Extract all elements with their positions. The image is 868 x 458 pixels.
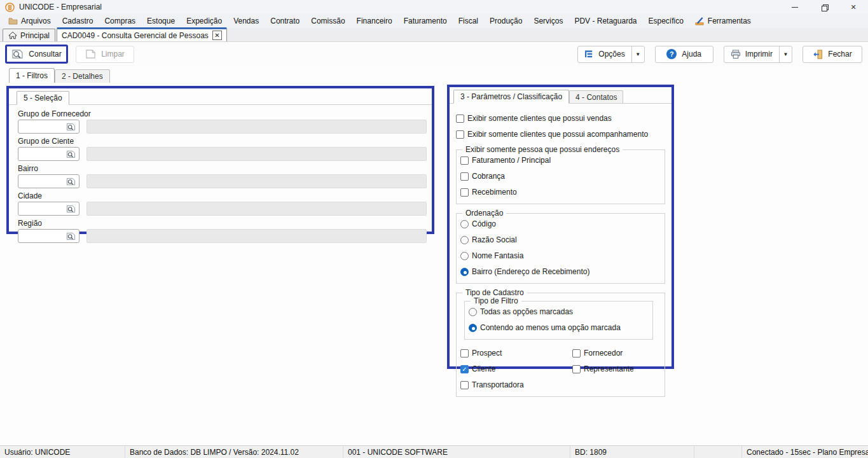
imprimir-split-button: Imprimir ▼ [724, 46, 792, 63]
checkbox-row-faturamento-principal[interactable]: Faturamento / Principal [460, 155, 659, 165]
tab-cad0049-consulta-gerencial[interactable]: CAD0049 - Consulta Gerencial de Pessoas … [57, 27, 227, 41]
menu-fiscal[interactable]: Fiscal [453, 14, 484, 28]
radio-row-nome-fantasia[interactable]: Nome Fantasia [460, 251, 659, 261]
application-window: UNICODE - Empresarial ✕ Arquivos Cadastr… [0, 0, 868, 458]
limpar-button[interactable]: Limpar [76, 46, 134, 63]
menu-compras[interactable]: Compras [99, 14, 141, 28]
opcoes-dropdown-icon[interactable]: ▼ [631, 46, 644, 62]
status-bd: BD: 1809 [570, 446, 694, 458]
opcoes-split-button: Opções ▼ [577, 46, 644, 63]
radio-selected-icon [469, 324, 477, 332]
status-empresa: 001 - UNICODE SOFTWARE [343, 446, 570, 458]
status-banco-de-dados: Banco de Dados: DB LIMPO / Versão: 2024.… [125, 446, 343, 458]
grupo-ciente-code-input[interactable] [18, 148, 63, 160]
cidade-code-input[interactable] [18, 203, 63, 214]
help-icon: ? [666, 49, 677, 59]
menu-ferramentas[interactable]: Ferramentas [689, 14, 757, 28]
menu-especifico[interactable]: Específico [642, 14, 689, 28]
status-empty [694, 446, 742, 458]
close-button[interactable]: ✕ [839, 0, 868, 14]
field-label-grupo-fornecedor: Grupo de Fornecedor [18, 109, 427, 119]
opcoes-button[interactable]: Opções [578, 46, 631, 62]
main-tabs: 1 - Filtros 2 - Detalhes [9, 68, 110, 83]
minimize-icon [792, 7, 798, 8]
tools-icon [695, 17, 705, 25]
menu-vendas[interactable]: Vendas [228, 14, 265, 28]
menu-producao[interactable]: Produção [484, 14, 528, 28]
checkbox-row-fornecedor[interactable]: Fornecedor [572, 348, 659, 358]
fechar-button[interactable]: Fechar [803, 46, 862, 63]
checkbox-unchecked-icon [460, 381, 469, 389]
checkbox-unchecked-icon [456, 130, 464, 139]
menu-faturamento[interactable]: Faturamento [398, 14, 453, 28]
checkbox-row-representante[interactable]: Representante [572, 364, 659, 374]
checkbox-row-cobranca[interactable]: Cobrança [460, 171, 659, 181]
imprimir-button[interactable]: Imprimir [724, 46, 779, 62]
checkbox-unchecked-icon [456, 114, 464, 123]
menu-servicos[interactable]: Serviços [528, 14, 568, 28]
checkbox-row-clientes-acompanhamento[interactable]: Exibir somente clientes que possui acomp… [456, 129, 665, 139]
grupo-ciente-lookup-button[interactable] [63, 148, 79, 160]
tab-principal[interactable]: Principal [3, 29, 55, 41]
ajuda-button[interactable]: ? Ajuda [655, 46, 713, 63]
group-ordenacao-title: Ordenação [462, 209, 506, 218]
app-building-icon [5, 3, 15, 12]
menu-arquivos[interactable]: Arquivos [3, 14, 57, 28]
tab-parametros-classificacao[interactable]: 3 - Parâmetros / Classificação [453, 90, 569, 104]
group-tipo-cadastro-title: Tipo de Cadastro [462, 288, 527, 297]
tab-contatos[interactable]: 4 - Contatos [569, 90, 623, 103]
radio-row-razao-social[interactable]: Razão Social [460, 235, 659, 245]
field-label-cidade: Cidade [18, 191, 427, 201]
field-label-bairro: Bairro [18, 164, 427, 174]
checkbox-unchecked-icon [572, 349, 581, 357]
menu-cadastro[interactable]: Cadastro [57, 14, 99, 28]
printer-icon [731, 50, 741, 59]
minimize-button[interactable] [780, 0, 809, 14]
field-label-regiao: Região [18, 219, 427, 228]
bairro-lookup-button[interactable] [63, 175, 79, 188]
checkbox-checked-icon: ✓ [460, 365, 469, 373]
tab-filtros[interactable]: 1 - Filtros [9, 68, 55, 83]
menu-contrato[interactable]: Contrato [265, 14, 305, 28]
cidade-lookup-button[interactable] [63, 202, 79, 215]
grupo-fornecedor-code-input[interactable] [18, 121, 63, 132]
menu-comissao[interactable]: Comissão [305, 14, 350, 28]
parameters-panel: 3 - Parâmetros / Classificação 4 - Conta… [447, 85, 674, 369]
menu-expedicao[interactable]: Expedição [181, 14, 228, 28]
radio-row-todas-opcoes[interactable]: Todas as opções marcadas [469, 307, 647, 317]
status-usuario: Usuário: UNICODE [0, 446, 125, 458]
menu-estoque[interactable]: Estoque [141, 14, 181, 28]
checkbox-row-transportadora[interactable]: Transportadora [460, 380, 572, 390]
consultar-button[interactable]: Consultar [5, 45, 68, 64]
imprimir-dropdown-icon[interactable]: ▼ [779, 46, 792, 62]
tab-selecao[interactable]: 5 - Seleção [17, 91, 69, 105]
radio-row-bairro-endereco-recebimento[interactable]: Bairro (Endereço de Recebimento) [460, 267, 659, 277]
window-controls: ✕ [780, 0, 868, 14]
selection-panel: 5 - Seleção Grupo de Fornecedor Grupo de… [6, 86, 434, 234]
radio-row-codigo[interactable]: Código [460, 219, 659, 229]
grupo-ciente-description-field [87, 148, 426, 160]
radio-row-contendo-ao-menos-uma[interactable]: Contendo ao menos uma opção marcada [469, 323, 647, 333]
checkbox-row-cliente[interactable]: ✓ Cliente [460, 364, 572, 374]
restore-button[interactable] [809, 0, 839, 14]
regiao-lookup-button[interactable] [63, 230, 79, 242]
grupo-fornecedor-lookup-button[interactable] [63, 120, 79, 133]
checkbox-unchecked-icon [460, 172, 469, 181]
window-title: UNICODE - Empresarial [19, 3, 102, 11]
bairro-code-input[interactable] [18, 176, 63, 187]
status-conexao: Conectado - 15sec - Plano Empresa [742, 446, 868, 458]
radio-selected-icon [460, 268, 469, 276]
radio-unselected-icon [460, 252, 469, 260]
checkbox-row-prospect[interactable]: Prospect [460, 348, 572, 358]
regiao-description-field [87, 230, 426, 242]
checkbox-row-recebimento[interactable]: Recebimento [460, 187, 659, 197]
menu-financeiro[interactable]: Financeiro [351, 14, 398, 28]
group-enderecos: Exibir somente pessoa que possui endereç… [456, 149, 665, 204]
radio-unselected-icon [460, 220, 469, 228]
checkbox-row-clientes-vendas[interactable]: Exibir somente clientes que possui venda… [456, 113, 665, 123]
cidade-description-field [87, 202, 426, 215]
menu-pdv-retaguarda[interactable]: PDV - Retaguarda [568, 14, 642, 28]
regiao-code-input[interactable] [18, 230, 63, 242]
tab-close-icon[interactable]: ✕ [212, 31, 222, 40]
tab-detalhes[interactable]: 2 - Detalhes [55, 69, 110, 83]
